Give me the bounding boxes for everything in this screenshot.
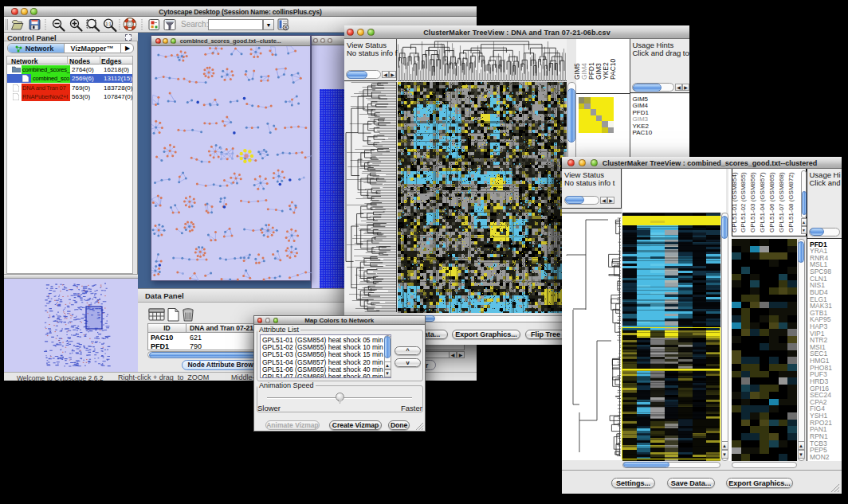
svg-text:B: B xyxy=(285,25,288,30)
svg-text:1:1: 1:1 xyxy=(106,21,112,26)
